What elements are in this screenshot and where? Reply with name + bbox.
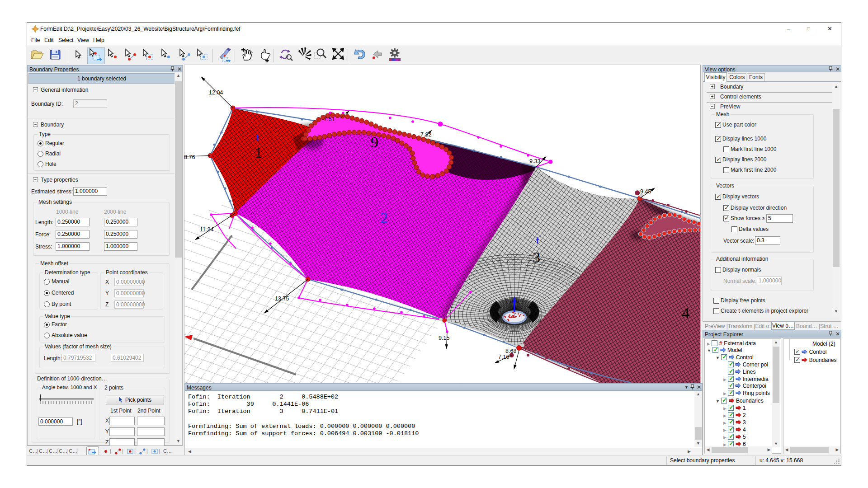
svg-text:7.51: 7.51: [324, 116, 335, 122]
svg-text:9: 9: [371, 134, 378, 150]
svg-text:11.24: 11.24: [200, 226, 213, 233]
svg-text:9.45: 9.45: [640, 188, 651, 195]
svg-text:2: 2: [380, 209, 388, 226]
svg-text:3: 3: [533, 249, 540, 266]
svg-text:12.04: 12.04: [209, 89, 223, 96]
svg-text:8.68: 8.68: [505, 348, 516, 354]
svg-text:1: 1: [255, 144, 262, 161]
svg-text:7.16: 7.16: [498, 354, 509, 360]
svg-text:13.75: 13.75: [275, 296, 289, 302]
svg-text:4: 4: [682, 305, 689, 321]
svg-text:7.82: 7.82: [420, 131, 431, 138]
svg-text:9.33: 9.33: [529, 158, 540, 164]
svg-text:9.15: 9.15: [439, 335, 449, 341]
svg-text:8.76: 8.76: [184, 154, 195, 160]
